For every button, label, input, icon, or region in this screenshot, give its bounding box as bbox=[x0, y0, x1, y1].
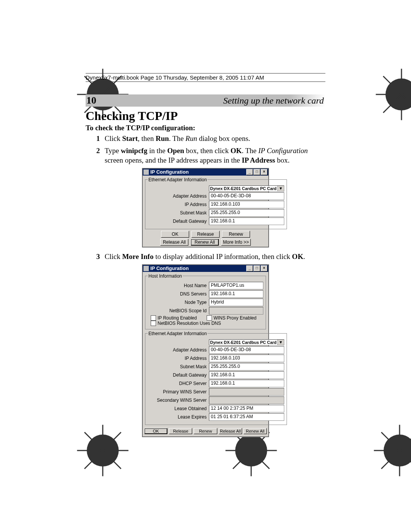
renew-button[interactable]: Renew bbox=[222, 231, 250, 238]
page-number: 10 bbox=[86, 95, 96, 106]
primary-wins-value bbox=[209, 388, 284, 396]
crop-mark-icon bbox=[342, 422, 360, 439]
chevron-down-icon[interactable]: ▾ bbox=[277, 186, 284, 191]
host-name-value: PMLAPTOP1.us bbox=[209, 282, 263, 289]
release-button[interactable]: Release bbox=[169, 428, 192, 434]
dialog-title: IP Configuration bbox=[150, 169, 189, 175]
dhcp-server-value: 192.168.0.1 bbox=[209, 380, 284, 387]
wins-proxy-checkbox[interactable]: WINS Proxy Enabled bbox=[207, 315, 256, 321]
crop-mark-icon bbox=[46, 422, 63, 439]
release-button[interactable]: Release bbox=[191, 231, 220, 238]
crop-mark-icon bbox=[46, 66, 63, 83]
dialog-title: IP Configuration bbox=[150, 265, 189, 271]
minimize-button[interactable]: _ bbox=[246, 265, 253, 272]
close-button[interactable]: × bbox=[261, 169, 268, 175]
subnet-mask-value: 255.255.255.0 bbox=[209, 363, 284, 371]
lease-obtained-value: 12 14 00 2:37:25 PM bbox=[209, 405, 284, 412]
netbios-scope-value bbox=[209, 307, 263, 315]
close-button[interactable]: × bbox=[261, 265, 268, 272]
section-title: Setting up the network card bbox=[223, 96, 325, 106]
ip-address-value: 192.168.0.103 bbox=[209, 355, 284, 362]
more-info-button[interactable]: More Info >> bbox=[221, 239, 251, 246]
adapter-dropdown[interactable]: Dynex DX-E201 Cardbus PC Card▾ bbox=[209, 339, 284, 345]
renew-all-button[interactable]: Renew All bbox=[191, 239, 219, 246]
renew-all-button[interactable]: Renew All bbox=[244, 428, 267, 434]
netbios-dns-checkbox[interactable]: NetBIOS Resolution Uses DNS bbox=[151, 321, 221, 326]
app-icon bbox=[143, 169, 149, 175]
ip-routing-checkbox[interactable]: IP Routing Enabled bbox=[151, 315, 197, 321]
app-icon bbox=[143, 266, 149, 271]
adapter-address-value: 00-40-05-DE-3D-08 bbox=[209, 346, 284, 354]
chevron-down-icon[interactable]: ▾ bbox=[277, 340, 284, 345]
minimize-button[interactable]: _ bbox=[246, 169, 253, 175]
step-1: 1 Click Start, then Run. The Run dialog … bbox=[96, 134, 325, 144]
ok-button[interactable]: OK bbox=[161, 231, 189, 238]
dns-servers-value: 192.168.0.1 bbox=[209, 290, 263, 298]
ok-button[interactable]: OK bbox=[144, 428, 167, 434]
page-heading: Checking TCP/IP bbox=[86, 109, 325, 123]
group-ethernet: Ethernet Adapter Information bbox=[148, 331, 207, 336]
crop-mark-icon bbox=[344, 66, 362, 83]
step-3: 3 Click More Info to display additional … bbox=[96, 252, 325, 262]
group-ethernet: Ethernet Adapter Information bbox=[148, 177, 207, 182]
step-2: 2 Type winipcfg in the Open box, then cl… bbox=[96, 146, 325, 165]
book-header-line: Dynex5x7-multi.book Page 10 Thursday, Se… bbox=[86, 73, 325, 82]
adapter-dropdown[interactable]: Dynex DX-E201 Cardbus PC Card▾ bbox=[209, 185, 284, 192]
page-title-bar: 10 Setting up the network card bbox=[86, 94, 325, 107]
release-all-button[interactable]: Release All bbox=[160, 239, 188, 246]
renew-button[interactable]: Renew bbox=[194, 428, 217, 434]
adapter-address-value: 00-40-05-DE-3D-08 bbox=[209, 192, 284, 200]
release-all-button[interactable]: Release All bbox=[219, 428, 242, 434]
group-host: Host Information bbox=[148, 273, 183, 279]
subnet-mask-value: 255.255.255.0 bbox=[209, 209, 284, 217]
default-gateway-value: 192.168.0.1 bbox=[209, 371, 284, 379]
secondary-wins-value bbox=[209, 396, 284, 404]
page-subheading: To check the TCP/IP configuration: bbox=[86, 124, 325, 132]
node-type-value: Hybrid bbox=[209, 299, 263, 306]
ip-configuration-dialog-expanded: IP Configuration _ □ × Host Information … bbox=[142, 265, 269, 437]
maximize-button[interactable]: □ bbox=[253, 265, 260, 272]
lease-expires-value: 01 25 01 6:37:25 AM bbox=[209, 413, 284, 421]
maximize-button[interactable]: □ bbox=[253, 169, 260, 175]
default-gateway-value: 192.168.0.1 bbox=[209, 217, 284, 225]
ip-address-value: 192.168.0.103 bbox=[209, 201, 284, 208]
ip-configuration-dialog-basic: IP Configuration _ □ × Ethernet Adapter … bbox=[142, 168, 269, 247]
